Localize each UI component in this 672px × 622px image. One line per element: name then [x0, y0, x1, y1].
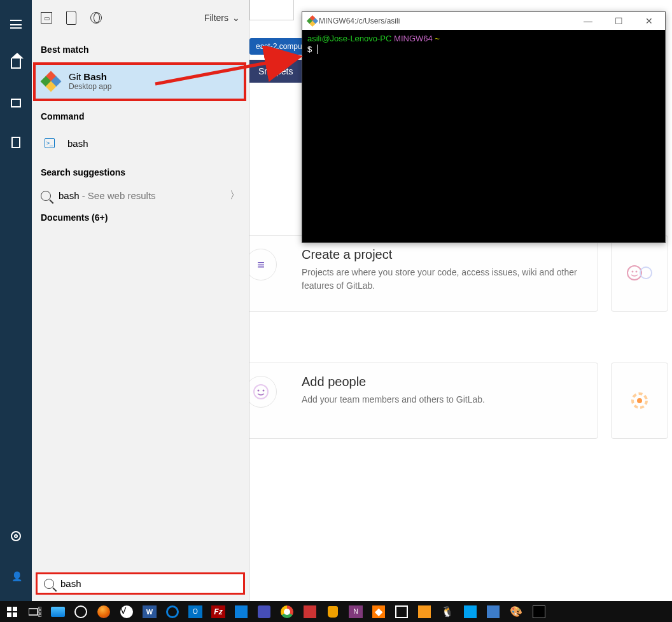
- term-line-1: asili@Jose-Lenovo-PC MINGW64 ~: [307, 34, 660, 45]
- audible-icon[interactable]: [416, 604, 433, 620]
- bash-command-text: bash: [67, 138, 88, 149]
- search-panel: ▭ Filters ⌄ Best match Git Bash Desktop …: [32, 0, 249, 601]
- term-app-icon: [307, 16, 317, 25]
- svg-rect-15: [39, 607, 41, 609]
- filters-label[interactable]: Filters: [204, 13, 228, 23]
- store-icon[interactable]: [393, 604, 410, 620]
- bash-command-result[interactable]: >_ bash: [32, 128, 249, 158]
- pdf-icon[interactable]: ◆: [370, 604, 387, 620]
- svg-rect-17: [39, 614, 41, 617]
- term-titlebar[interactable]: MINGW64:/c/Users/asili ― ☐ ✕: [302, 12, 665, 30]
- svg-point-6: [263, 390, 265, 392]
- settings-rail-icon[interactable]: [0, 523, 32, 549]
- create-title: Create a project: [302, 247, 586, 262]
- svg-point-0: [627, 266, 641, 280]
- minimize-button[interactable]: ―: [577, 16, 599, 26]
- chevron-right-icon: 〉: [230, 189, 240, 202]
- svg-point-2: [636, 271, 638, 273]
- outlook-icon[interactable]: O: [187, 604, 204, 620]
- keepass-icon[interactable]: [485, 604, 501, 620]
- close-button[interactable]: ✕: [638, 16, 660, 26]
- add-people-title: Add people: [302, 375, 586, 389]
- create-desc: Projects are where you store your code, …: [302, 266, 586, 293]
- cortana-icon[interactable]: [73, 604, 89, 620]
- command-label: Command: [32, 102, 249, 128]
- apps-filter-icon[interactable]: ▭: [41, 12, 52, 24]
- svg-point-4: [254, 385, 268, 399]
- photos-icon[interactable]: [462, 604, 479, 620]
- menu-icon[interactable]: [0, 11, 32, 37]
- paint-icon[interactable]: 🎨: [508, 604, 524, 620]
- browser-tab-thumb[interactable]: [249, 0, 294, 20]
- edge-icon[interactable]: [164, 604, 181, 620]
- best-match-label: Best match: [32, 36, 249, 61]
- svg-rect-13: [13, 612, 17, 617]
- search-panel-top: ▭ Filters ⌄: [32, 0, 249, 36]
- database-icon[interactable]: [325, 604, 341, 620]
- gitlab-settings-card[interactable]: [611, 363, 668, 439]
- start-rail: 👤: [0, 0, 32, 601]
- taskview-icon[interactable]: [27, 604, 43, 620]
- bash-web-result[interactable]: bash - See web results 〉: [32, 184, 249, 207]
- suggestions-label: Search suggestions: [32, 158, 249, 184]
- docs-filter-icon[interactable]: [66, 11, 76, 25]
- git-bash-name: Git Bash: [69, 71, 111, 82]
- chevron-down-icon[interactable]: ⌄: [232, 13, 240, 23]
- project-icon: ≡: [245, 249, 277, 280]
- apps-icon[interactable]: [0, 90, 32, 116]
- search-icon: [41, 191, 51, 201]
- gitlab-people-card[interactable]: Add people Add your team members and oth…: [245, 363, 598, 439]
- search-input[interactable]: [60, 578, 237, 589]
- teams-icon[interactable]: [256, 604, 272, 620]
- cmd-icon: >_: [41, 134, 59, 152]
- svg-point-1: [632, 271, 634, 273]
- gitlab-group-card[interactable]: [611, 235, 668, 312]
- term-line-2: $: [307, 45, 660, 55]
- explorer-icon[interactable]: [50, 604, 66, 620]
- search-input-icon: [44, 579, 54, 589]
- vivaldi-icon[interactable]: V: [118, 604, 135, 620]
- start-button[interactable]: [4, 604, 20, 620]
- term-body[interactable]: asili@Jose-Lenovo-PC MINGW64 ~ $: [302, 30, 665, 59]
- taskbar: V W O Fz N ◆ 🐧 🎨: [0, 601, 672, 622]
- account-rail-icon[interactable]: 👤: [0, 563, 32, 588]
- firefox-icon[interactable]: [95, 604, 112, 620]
- gear-icon: [624, 385, 655, 417]
- term-title: MINGW64:/c/Users/asili: [319, 17, 400, 25]
- svg-rect-14: [29, 609, 38, 615]
- snippets-button[interactable]: Snippets: [249, 60, 302, 83]
- chrome-icon[interactable]: [279, 604, 295, 620]
- svg-rect-10: [7, 607, 11, 611]
- web-filter-icon[interactable]: [90, 12, 102, 24]
- filezilla-icon[interactable]: Fz: [210, 604, 227, 620]
- app-icon[interactable]: [302, 604, 318, 620]
- svg-rect-12: [7, 612, 11, 617]
- home-icon[interactable]: [0, 51, 32, 76]
- svg-rect-16: [39, 611, 41, 613]
- documents-rail-icon[interactable]: [0, 130, 32, 155]
- documents-label[interactable]: Documents (6+): [32, 207, 249, 228]
- git-bash-window[interactable]: MINGW64:/c/Users/asili ― ☐ ✕ asili@Jose-…: [302, 11, 666, 243]
- vscode-icon[interactable]: [233, 604, 249, 620]
- git-bash-icon: [42, 73, 60, 90]
- git-bash-sub: Desktop app: [69, 82, 111, 91]
- svg-point-5: [258, 390, 260, 392]
- onenote-icon[interactable]: N: [347, 604, 364, 620]
- group-icon: [624, 258, 655, 289]
- gitlab-create-card[interactable]: ≡ Create a project Projects are where yo…: [245, 235, 598, 312]
- svg-rect-11: [13, 607, 17, 611]
- people-icon: [245, 376, 277, 408]
- maximize-button[interactable]: ☐: [608, 16, 629, 26]
- search-input-wrap[interactable]: [36, 572, 245, 595]
- gitbash-taskbar-icon[interactable]: [531, 604, 547, 620]
- git-bash-result[interactable]: Git Bash Desktop app: [33, 62, 246, 101]
- linux-icon[interactable]: 🐧: [439, 604, 456, 620]
- add-people-desc: Add your team members and others to GitL…: [302, 393, 586, 406]
- svg-point-8: [637, 398, 642, 403]
- word-icon[interactable]: W: [141, 604, 158, 620]
- web-result-text: bash - See web results: [59, 190, 156, 201]
